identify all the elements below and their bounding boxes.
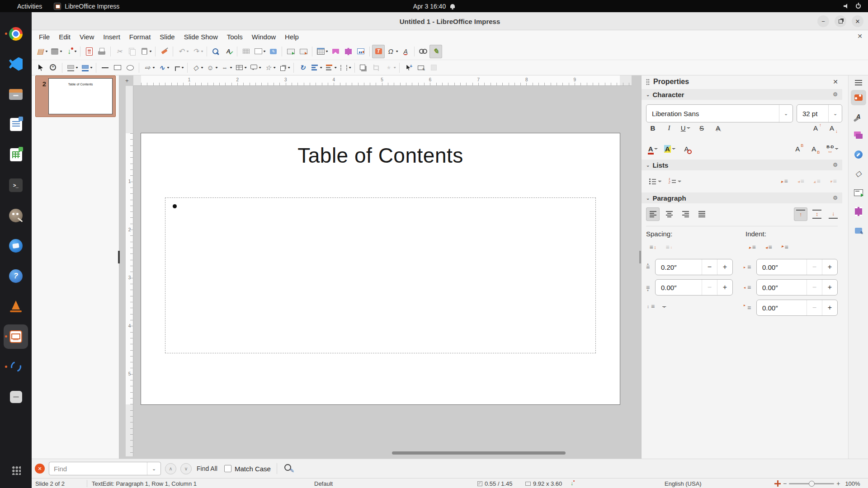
tab-master-slides[interactable] <box>851 185 866 200</box>
tab-navigator[interactable] <box>851 147 866 162</box>
dock-files[interactable] <box>4 82 28 107</box>
zoom-percent[interactable]: 100% <box>845 480 860 487</box>
spacing-below-field[interactable]: 0.00″ − + <box>655 279 733 296</box>
chevron-down-icon[interactable]: ⌄ <box>828 105 842 122</box>
dock-gimp[interactable] <box>4 203 28 228</box>
scrollbar-thumb[interactable] <box>392 451 566 455</box>
chevron-down-icon[interactable]: ⌄ <box>147 462 160 475</box>
minimize-button[interactable]: − <box>817 15 829 27</box>
redo-button[interactable]: ▾ <box>190 45 204 58</box>
volume-icon[interactable] <box>844 4 849 9</box>
callout-shapes-tool[interactable]: ▾ <box>248 61 262 75</box>
lines-and-arrows-tool[interactable]: ▾ <box>142 61 156 75</box>
special-character-button[interactable]: ▾ <box>385 45 399 58</box>
start-from-first-slide-button[interactable] <box>284 45 297 58</box>
first-line-indent-field[interactable]: 0.00″ − + <box>756 300 838 316</box>
dock-vlc[interactable] <box>4 294 28 319</box>
find-replace-button[interactable] <box>209 45 222 58</box>
open-button[interactable]: ▾ <box>49 45 63 58</box>
slide-thumbnail[interactable]: Table of Contents <box>48 78 113 114</box>
clock[interactable]: Apr 3 16:40 <box>413 3 446 10</box>
promote-button[interactable] <box>794 174 807 188</box>
gear-icon[interactable]: ⚙ <box>833 91 838 98</box>
match-case-option[interactable]: Match Case <box>224 465 271 473</box>
block-arrows-tool[interactable]: ▾ <box>219 61 233 75</box>
undo-button[interactable]: ▾ <box>175 45 190 58</box>
increase-button[interactable]: + <box>822 280 837 295</box>
find-input-wrap[interactable]: ⌄ <box>49 462 161 475</box>
find-and-replace-icon[interactable] <box>283 463 295 474</box>
find-next-button[interactable]: ∨ <box>180 463 192 474</box>
dock-terminal[interactable] <box>4 173 28 197</box>
highlighting-color-button[interactable]: A⌄ <box>662 142 677 155</box>
tab-gallery[interactable] <box>851 128 866 143</box>
display-grid-button[interactable] <box>240 45 252 58</box>
zoom-slider[interactable] <box>789 483 834 484</box>
decrease-button[interactable]: − <box>702 259 717 275</box>
edit-points-button[interactable] <box>402 61 415 75</box>
menu-slide-show[interactable]: Slide Show <box>179 32 222 42</box>
window-titlebar[interactable]: Untitled 1 - LibreOffice Impress − ✕ <box>32 12 868 30</box>
character-spacing-button[interactable]: B-D⌄ <box>825 142 840 155</box>
connectors-tool[interactable]: ▾ <box>170 61 185 75</box>
print-button[interactable] <box>95 45 108 58</box>
increase-button[interactable]: + <box>717 259 732 275</box>
menu-file[interactable]: File <box>34 32 54 42</box>
crop-button[interactable] <box>370 61 382 75</box>
close-document-button[interactable]: ✕ <box>857 33 863 40</box>
strikethrough-button[interactable]: S <box>695 121 708 135</box>
move-up-button[interactable] <box>810 174 824 188</box>
center-vertically-button[interactable] <box>810 207 824 221</box>
panel-splitter-handle[interactable] <box>118 251 120 263</box>
align-objects-button[interactable]: ▾ <box>309 61 323 75</box>
insert-text-box-button[interactable] <box>372 45 385 58</box>
italic-button[interactable]: I <box>662 121 676 135</box>
fill-color-button[interactable]: ▾ <box>79 61 94 75</box>
export-pdf-button[interactable] <box>83 45 95 58</box>
font-size-combobox[interactable]: 32 pt ⌄ <box>797 104 842 122</box>
dock-libreoffice-calc[interactable] <box>4 143 28 167</box>
paste-button[interactable]: ▾ <box>138 45 153 58</box>
find-close-button[interactable]: ✕ <box>35 464 45 474</box>
decrease-indent-button[interactable] <box>762 240 775 254</box>
line-color-button[interactable]: ▾ <box>65 61 79 75</box>
find-input[interactable] <box>49 465 147 473</box>
font-name-combobox[interactable]: Liberation Sans ⌄ <box>646 104 793 122</box>
new-button[interactable]: ▾ <box>34 45 49 58</box>
line-spacing-button[interactable] <box>646 300 660 313</box>
indent-before-field[interactable]: 0.00″ − + <box>756 259 838 275</box>
sidebar-settings-icon[interactable] <box>855 80 862 85</box>
decrease-button[interactable]: − <box>807 300 822 315</box>
power-icon[interactable] <box>856 4 861 9</box>
select-tool[interactable] <box>34 61 47 75</box>
menu-slide[interactable]: Slide <box>155 32 179 42</box>
curves-polygons-tool[interactable]: ▾ <box>156 61 170 75</box>
dock-chrome[interactable] <box>4 22 28 46</box>
sidebar-splitter-handle[interactable] <box>639 251 641 263</box>
insert-media-button[interactable] <box>342 45 354 58</box>
activities-button[interactable]: Activities <box>17 3 42 10</box>
underline-button[interactable]: U⌄ <box>679 121 692 135</box>
symbol-shapes-tool[interactable]: ▾ <box>204 61 219 75</box>
slide-title-text[interactable]: Table of Contents <box>141 143 620 168</box>
tab-shapes[interactable] <box>851 166 866 181</box>
basic-shapes-tool[interactable]: ▾ <box>190 61 204 75</box>
drag-handle-icon[interactable] <box>646 79 650 85</box>
start-from-current-slide-button[interactable] <box>297 45 310 58</box>
decrease-font-size-button[interactable]: A <box>826 121 840 135</box>
gear-icon[interactable]: ⚙ <box>833 195 838 201</box>
insert-chart-button[interactable] <box>354 45 367 58</box>
copy-button[interactable] <box>126 45 138 58</box>
hanging-indent-button[interactable] <box>778 240 792 254</box>
properties-close-button[interactable]: ✕ <box>833 78 838 85</box>
zoom-slider-knob[interactable] <box>809 481 815 487</box>
focused-app[interactable]: LibreOffice Impress <box>54 3 119 10</box>
zoom-in-button[interactable]: + <box>836 480 840 487</box>
fit-slide-icon[interactable] <box>774 480 781 487</box>
character-section-header[interactable]: ⌄ Character ⚙ <box>642 89 842 100</box>
fontwork-button[interactable] <box>399 45 412 58</box>
align-justify-button[interactable] <box>695 207 708 221</box>
menu-edit[interactable]: Edit <box>54 32 75 42</box>
align-left-button[interactable] <box>646 207 660 221</box>
align-top-button[interactable] <box>794 207 807 221</box>
